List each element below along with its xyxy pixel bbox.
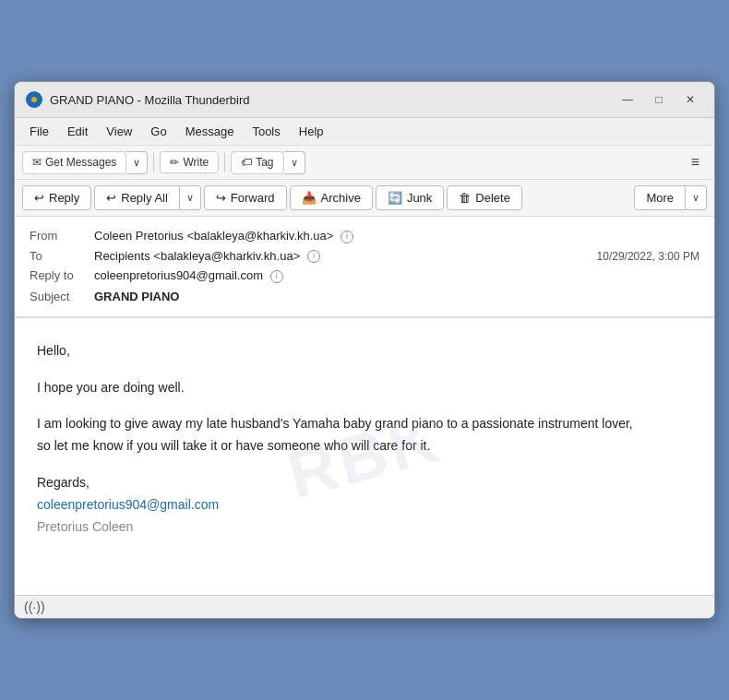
tag-icon: 🏷 [241,156,252,169]
get-messages-group: ✉ Get Messages ∨ [22,151,148,174]
window-controls: — □ ✕ [615,89,703,110]
close-button[interactable]: ✕ [677,89,703,110]
minimize-button[interactable]: — [615,89,640,110]
from-label: From [30,229,94,243]
to-label: To [30,249,94,263]
email-date: 10/29/2022, 3:00 PM [597,250,699,263]
reply-all-button[interactable]: ↩ Reply All [94,185,180,210]
body-line2-3: I am looking to give away my late husban… [37,413,692,457]
more-button[interactable]: More [634,185,686,210]
more-dropdown[interactable]: ∨ [686,185,707,210]
to-value: Recipients <balakleya@kharkiv.kh.ua> i [94,249,597,264]
reply-icon: ↩ [34,191,44,205]
regards-text: Regards, [37,475,90,490]
svg-point-1 [31,97,37,102]
reply-to-value: coleenpretorius904@gmail.com i [94,268,699,283]
mail-icon: ✉ [32,156,42,169]
delete-icon: 🗑 [459,191,471,205]
to-row: To Recipients <balakleya@kharkiv.kh.ua> … [30,246,699,267]
action-bar: ↩ Reply ↩ Reply All ∨ ↪ Forward 📥 Archiv… [15,180,714,217]
status-bar: ((·)) [15,595,714,618]
body-regards: Regards, coleenpretorius904@gmail.com Pr… [37,472,692,538]
menu-help[interactable]: Help [292,122,331,141]
archive-icon: 📥 [302,191,317,205]
archive-button[interactable]: 📥 Archive [290,185,373,210]
more-label: More [646,191,674,205]
reply-all-label: Reply All [121,191,168,205]
get-messages-dropdown[interactable]: ∨ [126,151,148,174]
write-icon: ✏ [170,156,179,169]
signature-email-link[interactable]: coleenpretorius904@gmail.com [37,497,219,512]
forward-label: Forward [231,191,275,205]
get-messages-button[interactable]: ✉ Get Messages [22,151,126,174]
toolbar: ✉ Get Messages ∨ ✏ Write 🏷 Tag ∨ ≡ [15,146,714,180]
title-bar: GRAND PIANO - Mozilla Thunderbird — □ ✕ [15,82,714,118]
menu-bar: File Edit View Go Message Tools Help [15,118,714,146]
delete-button[interactable]: 🗑 Delete [447,185,522,210]
hamburger-menu-button[interactable]: ≡ [684,150,707,174]
to-name: Recipients [94,249,150,263]
menu-view[interactable]: View [99,122,139,141]
reply-to-privacy-icon[interactable]: i [270,270,283,283]
thunderbird-window: GRAND PIANO - Mozilla Thunderbird — □ ✕ … [14,81,715,619]
subject-label: Subject [30,290,94,303]
subject-value: GRAND PIANO [94,290,699,303]
menu-message[interactable]: Message [178,122,242,141]
write-label: Write [183,156,209,169]
get-messages-label: Get Messages [45,156,116,169]
reply-all-dropdown[interactable]: ∨ [180,185,201,210]
app-icon [26,91,42,108]
toolbar-separator-1 [153,152,154,172]
title-bar-left: GRAND PIANO - Mozilla Thunderbird [26,91,250,108]
menu-tools[interactable]: Tools [245,122,287,141]
forward-icon: ↪ [216,191,226,205]
from-email: <balakleya@kharkiv.kh.ua> [186,229,333,243]
tag-group: 🏷 Tag ∨ [231,151,305,174]
tag-label: Tag [256,156,273,169]
subject-text: GRAND PIANO [94,290,179,303]
tag-button[interactable]: 🏷 Tag [231,151,283,174]
delete-label: Delete [475,191,510,205]
reply-button[interactable]: ↩ Reply [22,185,91,210]
body-line2: I am looking to give away my late husban… [37,416,633,431]
tag-dropdown[interactable]: ∨ [284,151,305,174]
body-line1: I hope you are doing well. [37,377,692,399]
window-title: GRAND PIANO - Mozilla Thunderbird [50,93,250,107]
subject-row: Subject GRAND PIANO [30,286,699,307]
to-privacy-icon[interactable]: i [307,250,320,263]
menu-go[interactable]: Go [143,122,173,141]
reply-label: Reply [49,191,79,205]
body-line3: so let me know if you will take it or ha… [37,438,430,453]
archive-label: Archive [321,191,361,205]
reply-all-group: ↩ Reply All ∨ [94,185,201,210]
body-greeting: Hello, [37,340,692,362]
email-header: From Coleen Pretorius <balakleya@kharkiv… [15,217,714,318]
menu-file[interactable]: File [22,122,56,141]
reply-to-label: Reply to [30,268,94,282]
maximize-button[interactable]: □ [646,89,672,110]
signature-name: Pretorius Coleen [37,519,133,534]
from-value: Coleen Pretorius <balakleya@kharkiv.kh.u… [94,229,699,243]
write-button[interactable]: ✏ Write [160,151,219,173]
to-email: <balakleya@kharkiv.kh.ua> [153,249,300,263]
wifi-icon: ((·)) [24,599,45,614]
toolbar-separator-2 [224,152,225,172]
from-name: Coleen Pretorius [94,229,184,243]
junk-button[interactable]: 🔄 Junk [376,185,444,210]
email-body: RBK Hello, I hope you are doing well. I … [15,318,714,595]
junk-icon: 🔄 [388,191,402,205]
from-privacy-icon[interactable]: i [341,231,353,243]
reply-to-email: coleenpretorius904@gmail.com [94,268,263,282]
reply-to-row: Reply to coleenpretorius904@gmail.com i [30,266,699,286]
forward-button[interactable]: ↪ Forward [204,185,287,210]
menu-edit[interactable]: Edit [60,122,95,141]
reply-all-icon: ↩ [106,191,116,205]
from-row: From Coleen Pretorius <balakleya@kharkiv… [30,226,699,246]
more-group: More ∨ [634,185,707,210]
junk-label: Junk [407,191,432,205]
